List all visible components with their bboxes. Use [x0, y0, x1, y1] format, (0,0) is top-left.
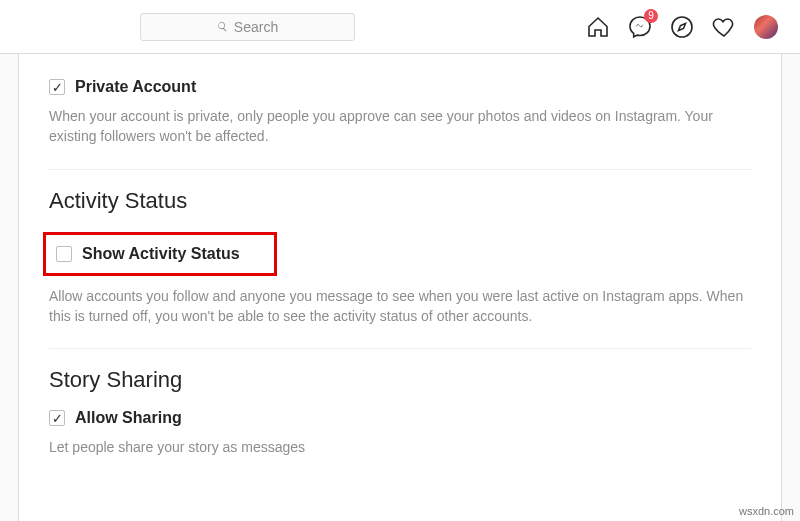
messenger-badge: 9: [644, 9, 658, 23]
svg-point-0: [672, 17, 692, 37]
watermark: wsxdn.com: [739, 505, 794, 517]
messenger-icon[interactable]: 9: [628, 15, 652, 39]
section-activity-status: Activity Status Show Activity Status All…: [49, 169, 751, 349]
home-icon[interactable]: [586, 15, 610, 39]
activity-status-heading: Activity Status: [49, 188, 751, 214]
allow-sharing-row: Allow Sharing: [49, 409, 751, 427]
search-input[interactable]: Search: [140, 13, 355, 41]
activity-status-highlight: Show Activity Status: [43, 232, 277, 276]
allow-sharing-label[interactable]: Allow Sharing: [75, 409, 182, 427]
show-activity-status-checkbox[interactable]: [56, 246, 72, 262]
allow-sharing-checkbox[interactable]: [49, 410, 65, 426]
activity-status-desc: Allow accounts you follow and anyone you…: [49, 286, 751, 327]
section-story-sharing: Story Sharing Allow Sharing Let people s…: [49, 348, 751, 479]
avatar[interactable]: [754, 15, 778, 39]
top-nav: Search 9: [0, 0, 800, 54]
private-account-row: Private Account: [49, 78, 751, 96]
nav-icons: 9: [586, 15, 778, 39]
story-sharing-heading: Story Sharing: [49, 367, 751, 393]
private-account-desc: When your account is private, only peopl…: [49, 106, 751, 147]
heart-icon[interactable]: [712, 15, 736, 39]
search-placeholder: Search: [234, 19, 278, 35]
search-icon: [217, 21, 228, 32]
section-private-account: Private Account When your account is pri…: [49, 54, 751, 169]
private-account-label[interactable]: Private Account: [75, 78, 196, 96]
story-sharing-desc: Let people share your story as messages: [49, 437, 751, 457]
private-account-checkbox[interactable]: [49, 79, 65, 95]
settings-panel: Private Account When your account is pri…: [18, 54, 782, 521]
explore-icon[interactable]: [670, 15, 694, 39]
show-activity-status-label[interactable]: Show Activity Status: [82, 245, 240, 263]
